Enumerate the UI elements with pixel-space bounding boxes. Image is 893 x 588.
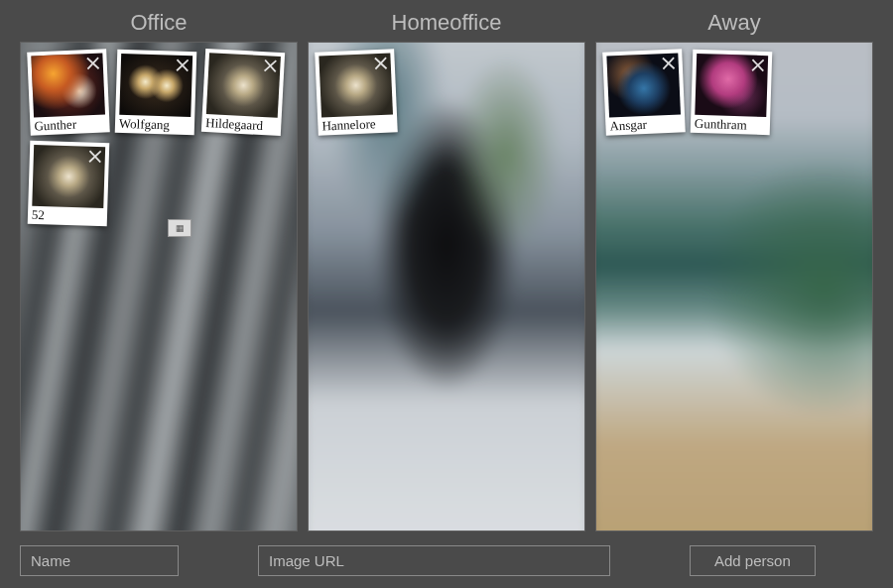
app-root: Office Gunther [0,0,893,588]
person-card[interactable]: Wolfgang [115,50,197,136]
name-input[interactable] [20,545,179,576]
person-name: Wolfgang [119,115,191,134]
person-name: Hildegaard [205,114,278,134]
close-icon[interactable] [372,56,389,72]
add-person-form: Add person [20,531,873,576]
board-title: Away [595,10,873,42]
close-icon[interactable] [84,56,101,72]
board-office: Office Gunther [20,10,298,531]
close-icon[interactable] [87,149,103,165]
board-body[interactable]: Gunther Wolfgang Hilde [20,42,298,531]
board-body[interactable]: Hannelore [308,42,585,531]
person-card[interactable]: Gunthram [691,50,773,136]
board-away: Away Ansgar [595,10,873,531]
board-title: Office [20,10,298,42]
close-icon[interactable] [750,58,766,73]
person-name: Gunther [34,114,106,133]
person-card[interactable]: Hannelore [315,49,398,136]
card-container: Gunther Wolfgang Hilde [21,43,297,530]
person-card[interactable]: Ansgar [602,49,686,136]
board-homeoffice: Homeoffice Hannelore [308,10,585,531]
card-container: Hannelore [309,43,584,530]
person-name: 52 [32,206,103,225]
add-person-button[interactable]: Add person [690,545,816,576]
card-container: Ansgar Gunthram [596,43,872,530]
image-url-input[interactable] [258,545,610,576]
person-name: Hannelore [321,114,394,133]
close-icon[interactable] [262,58,279,74]
person-name: Gunthram [695,115,766,134]
person-card[interactable]: 52 [28,141,110,227]
person-name: Ansgar [609,114,682,133]
board-body[interactable]: Ansgar Gunthram [595,42,873,531]
close-icon[interactable] [660,56,677,72]
boards-row: Office Gunther [20,10,873,531]
person-card[interactable]: Gunther [27,49,110,136]
close-icon[interactable] [175,58,191,73]
person-card[interactable]: Hildegaard [201,49,285,136]
board-title: Homeoffice [308,10,585,42]
